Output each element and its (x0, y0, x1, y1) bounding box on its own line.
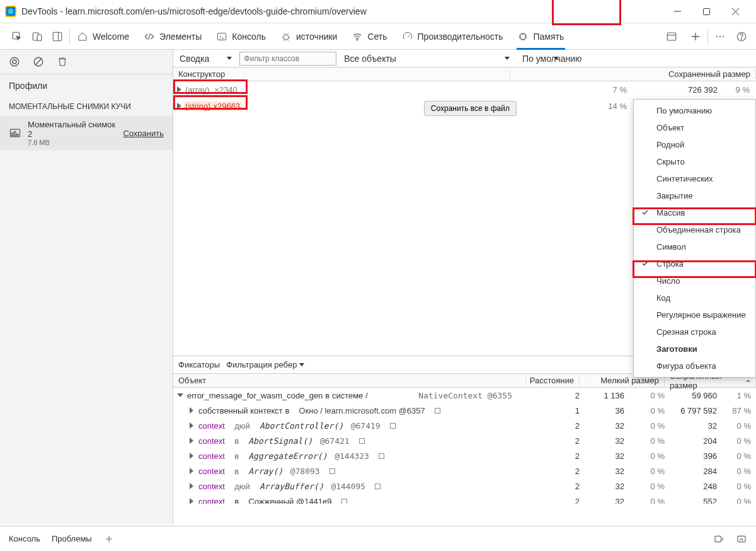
more-icon[interactable] (714, 31, 726, 42)
expand-icon[interactable] (190, 422, 193, 429)
snapshot-title: Моментальный снимок 2 (28, 120, 117, 139)
maximize-button[interactable] (692, 2, 721, 21)
all-objects-dropdown[interactable]: Все объекты (338, 50, 516, 67)
menu-item-3[interactable]: Скрыто (634, 153, 755, 170)
menu-item-12[interactable]: Регулярное выражение (634, 306, 755, 323)
expand-icon[interactable] (190, 438, 193, 444)
constructor-row-array[interactable]: (array) ×2340 7 % 726 3929 % (173, 81, 756, 98)
snapshot-save-link[interactable]: Сохранить (123, 129, 164, 138)
code-icon (144, 32, 154, 42)
menu-item-15[interactable]: Фигура объекта (634, 357, 755, 374)
retainer-row[interactable]: context дюй ArrayBuffer() @144095 2320 %… (173, 478, 756, 494)
tab-network[interactable]: Сеть (345, 23, 394, 50)
default-dropdown[interactable]: По умолчанию (516, 50, 756, 67)
type-string: (string) (184, 102, 212, 111)
tab-elements-label: Элементы (159, 32, 202, 42)
snapshot-size: 7.8 MB (28, 139, 117, 146)
retainers-tab[interactable]: Фиксаторы (178, 360, 220, 369)
inspect-icon[interactable] (11, 31, 23, 42)
chip-icon (518, 32, 528, 42)
menu-item-9[interactable]: Строка (634, 255, 755, 272)
svg-point-8 (357, 39, 358, 40)
class-filter-input[interactable] (239, 52, 336, 66)
expand-icon[interactable] (190, 453, 193, 459)
retainer-row[interactable]: context в Сожженный @1441e9 2320 %5520 % (173, 494, 756, 504)
menu-item-4[interactable]: Синтетических (634, 170, 755, 187)
help-icon[interactable] (736, 31, 747, 42)
expand-icon[interactable] (177, 86, 181, 93)
tab-performance-label: Производительность (418, 32, 503, 42)
tab-sources[interactable]: источники (273, 23, 345, 50)
panel-icon[interactable] (666, 31, 677, 42)
snapshot-item[interactable]: Моментальный снимок 2 7.8 MB Сохранить (0, 116, 173, 150)
menu-item-1[interactable]: Объект (634, 119, 755, 136)
home-icon (77, 32, 88, 42)
svg-point-7 (284, 35, 289, 40)
menu-item-11[interactable]: Код (634, 289, 755, 306)
expand-icon[interactable] (190, 498, 193, 504)
svg-point-16 (10, 57, 19, 66)
plus-icon[interactable] (690, 31, 701, 42)
menu-item-7[interactable]: Объединенная строка (634, 221, 755, 238)
tab-console[interactable]: Консоль (209, 23, 273, 50)
expand-icon[interactable] (190, 483, 193, 489)
drawer-expand-icon[interactable] (736, 533, 747, 545)
bug-icon (281, 32, 291, 42)
menu-item-13[interactable]: Срезная строка (634, 323, 755, 340)
tab-memory[interactable]: Память (510, 23, 571, 50)
column-retained[interactable]: Сохраненный размер (633, 69, 756, 79)
expand-icon[interactable] (177, 103, 181, 109)
drawer-console-tab[interactable]: Консоль (9, 531, 40, 546)
expand-icon[interactable] (190, 468, 193, 474)
menu-item-6[interactable]: Массив (634, 204, 755, 221)
record-icon[interactable] (9, 56, 20, 67)
dock-icon[interactable] (52, 31, 63, 42)
expand-icon[interactable] (190, 407, 193, 414)
retainer-row[interactable]: error_message_for_wasm_code_gen в систем… (173, 388, 756, 403)
menu-item-0[interactable]: По умолчанию (634, 102, 755, 119)
drawer-plus-icon[interactable] (103, 533, 115, 545)
tab-elements[interactable]: Элементы (137, 23, 209, 50)
device-icon[interactable] (32, 31, 43, 42)
svg-rect-9 (520, 34, 525, 39)
minimize-button[interactable] (663, 2, 692, 21)
retainer-row[interactable]: context в Array() @78093 2320 %2840 % (173, 463, 756, 478)
svg-rect-22 (17, 134, 19, 136)
retainer-row[interactable]: context в AggregateError() @144323 2320 … (173, 448, 756, 463)
wifi-icon (352, 32, 362, 42)
menu-item-2[interactable]: Родной (634, 136, 755, 153)
delete-icon[interactable] (57, 56, 68, 67)
all-objects-label: Все объекты (344, 54, 396, 64)
svg-rect-21 (14, 132, 16, 136)
profiles-label: Профили (0, 74, 173, 97)
edge-filter-dropdown[interactable]: Фильтрация ребер (226, 360, 304, 369)
snapshot-icon (9, 127, 21, 139)
tab-welcome[interactable]: Welcome (70, 23, 137, 50)
sidebar: Профили МОМЕНТАЛЬНЫЕ СНИМКИ КУЧИ Момента… (0, 50, 173, 524)
drawer-issues-tab[interactable]: Проблемы (52, 531, 92, 546)
ret-col-distance[interactable]: Расстояние (526, 374, 580, 388)
column-constructor[interactable]: Конструктор (173, 69, 510, 79)
drawer-undo-icon[interactable] (713, 533, 724, 545)
summary-dropdown[interactable]: Сводка (173, 50, 238, 67)
clear-icon[interactable] (33, 56, 44, 67)
menu-item-8[interactable]: Символ (634, 238, 755, 255)
svg-rect-6 (218, 33, 226, 40)
ret-col-object[interactable]: Объект (173, 374, 526, 388)
count-array: ×2340 (214, 85, 238, 95)
close-button[interactable] (721, 2, 750, 21)
svg-rect-10 (667, 33, 676, 40)
menu-item-5[interactable]: Закрытие (634, 187, 755, 204)
expand-icon[interactable] (177, 393, 183, 397)
retainer-row[interactable]: context дюй AbortController() @67419 232… (173, 418, 756, 433)
tab-console-label: Консоль (232, 32, 266, 42)
retainer-row[interactable]: context в AbortSignal() @67421 2320 %204… (173, 433, 756, 448)
svg-point-11 (716, 35, 718, 37)
menu-item-14[interactable]: Заготовки (634, 340, 755, 357)
menu-item-10[interactable]: Число (634, 272, 755, 289)
tab-performance[interactable]: Производительность (395, 23, 511, 50)
gauge-icon (403, 32, 413, 42)
type-filter-menu: По умолчаниюОбъектРоднойСкрытоСинтетичес… (633, 99, 756, 378)
save-all-button[interactable]: Сохранить все в файл (424, 101, 517, 116)
retainer-row[interactable]: собственный контекст в Окно / learn.micr… (173, 403, 756, 418)
